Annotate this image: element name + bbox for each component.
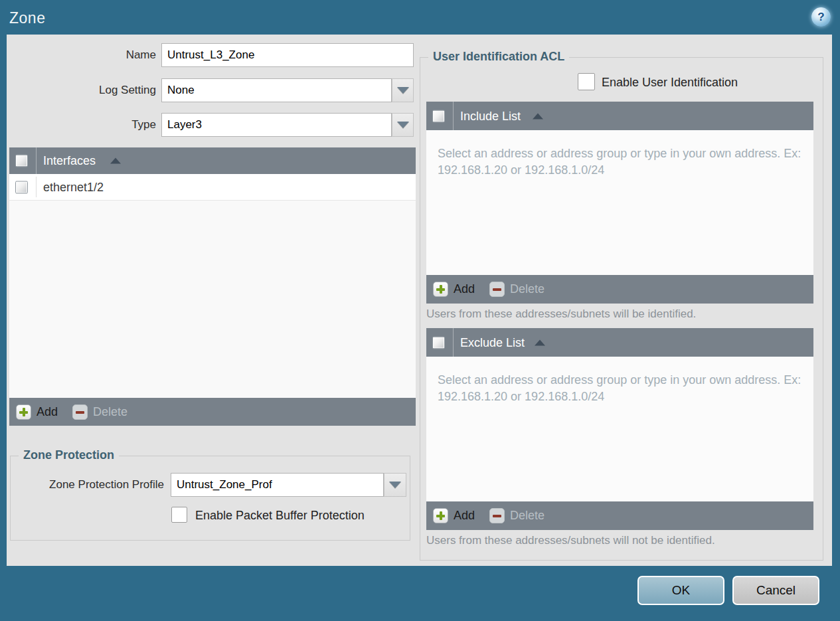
- row-divider: [36, 177, 37, 197]
- zone-protection-profile-dropdown-button[interactable]: [384, 473, 406, 497]
- add-icon[interactable]: [16, 404, 31, 420]
- interfaces-column-header[interactable]: Interfaces: [43, 154, 96, 168]
- include-list-placeholder: Select an address or address group or ty…: [426, 130, 813, 179]
- exclude-select-all-checkbox[interactable]: [432, 336, 445, 349]
- help-icon[interactable]: ?: [811, 7, 831, 27]
- interface-name: ethernet1/2: [43, 180, 104, 194]
- include-add-button[interactable]: Add: [454, 282, 475, 296]
- include-select-all-checkbox[interactable]: [432, 110, 445, 122]
- log-setting-input[interactable]: [161, 78, 392, 102]
- row-checkbox[interactable]: [15, 181, 28, 193]
- enable-user-identification-label: Enable User Identification: [602, 76, 738, 90]
- interfaces-table-body: ethernet1/2: [9, 174, 416, 398]
- include-list-helper-text: Users from these addresses/subnets will …: [426, 308, 813, 321]
- delete-icon[interactable]: [489, 508, 505, 523]
- zone-protection-legend: Zone Protection: [19, 448, 119, 462]
- exclude-add-button[interactable]: Add: [454, 509, 475, 523]
- log-setting-dropdown-button[interactable]: [392, 78, 414, 102]
- enable-user-identification-checkbox[interactable]: [578, 73, 595, 90]
- interfaces-table-footer: Add Delete: [9, 398, 416, 426]
- exclude-delete-button[interactable]: Delete: [510, 509, 545, 523]
- log-setting-label: Log Setting: [7, 78, 156, 102]
- include-list-header: Include List: [426, 102, 813, 130]
- chevron-down-icon: [397, 122, 409, 128]
- enable-packet-buffer-checkbox[interactable]: [171, 507, 187, 523]
- ok-button[interactable]: OK: [637, 576, 724, 605]
- exclude-list-footer: Add Delete: [426, 501, 813, 530]
- interfaces-select-all-checkbox[interactable]: [15, 155, 28, 167]
- chevron-down-icon: [389, 482, 401, 488]
- user-identification-acl-legend: User Identification ACL: [428, 50, 569, 64]
- name-label: Name: [7, 43, 156, 67]
- delete-icon[interactable]: [489, 282, 505, 297]
- delete-button[interactable]: Delete: [93, 405, 127, 419]
- zone-protection-group: Zone Protection: [10, 456, 410, 541]
- header-divider: [36, 147, 37, 174]
- include-list-footer: Add Delete: [426, 275, 813, 304]
- add-icon[interactable]: [433, 508, 448, 523]
- type-label: Type: [7, 113, 156, 137]
- zone-protection-profile-input[interactable]: [171, 473, 384, 497]
- zone-protection-profile-label: Zone Protection Profile: [7, 473, 164, 497]
- type-input[interactable]: [161, 113, 392, 137]
- delete-icon[interactable]: [72, 404, 88, 420]
- type-dropdown-button[interactable]: [392, 113, 414, 137]
- dialog-backdrop: Zone ? Name Log Setting Type Interfaces: [0, 0, 840, 621]
- exclude-list-column-header[interactable]: Exclude List: [460, 335, 525, 349]
- sort-ascending-icon[interactable]: [110, 158, 121, 164]
- exclude-list-placeholder: Select an address or address group or ty…: [426, 357, 813, 405]
- add-button[interactable]: Add: [37, 405, 58, 419]
- exclude-list-helper-text: Users from these addresses/subnets will …: [426, 534, 813, 547]
- sort-ascending-icon[interactable]: [535, 339, 545, 345]
- include-delete-button[interactable]: Delete: [510, 282, 545, 296]
- table-row[interactable]: ethernet1/2: [9, 174, 416, 201]
- header-divider: [453, 102, 454, 130]
- include-list-column-header[interactable]: Include List: [460, 109, 521, 123]
- interfaces-table-header: Interfaces: [9, 147, 416, 174]
- name-input[interactable]: [161, 43, 414, 67]
- sort-ascending-icon[interactable]: [533, 113, 543, 119]
- cancel-button[interactable]: Cancel: [732, 576, 819, 605]
- exclude-list-header: Exclude List: [426, 328, 813, 357]
- enable-packet-buffer-label: Enable Packet Buffer Protection: [195, 509, 365, 523]
- include-list-body[interactable]: Select an address or address group or ty…: [426, 130, 813, 275]
- chevron-down-icon: [397, 87, 409, 94]
- dialog-title: Zone: [9, 9, 45, 27]
- exclude-list-body[interactable]: Select an address or address group or ty…: [426, 357, 813, 501]
- add-icon[interactable]: [433, 282, 448, 297]
- header-divider: [453, 328, 454, 357]
- zone-dialog: Name Log Setting Type Interfaces etherne…: [7, 35, 832, 566]
- help-glyph: ?: [817, 11, 824, 24]
- dialog-titlebar: Zone ?: [0, 0, 840, 35]
